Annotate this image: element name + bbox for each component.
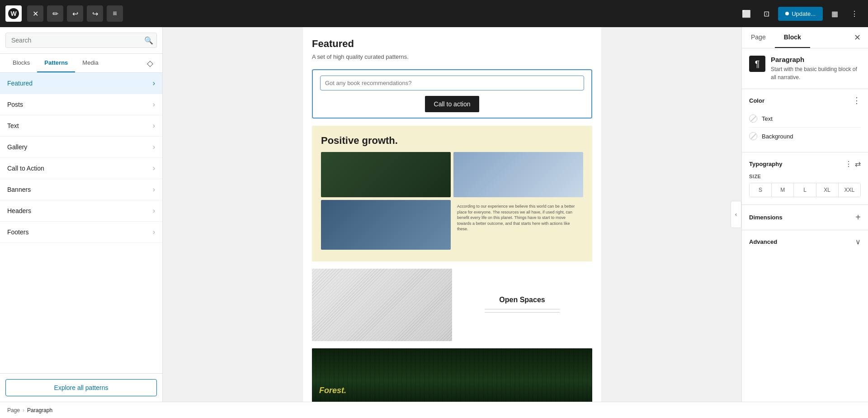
text-block: According to our experience we believe t… — [453, 200, 583, 250]
bottom-bar: Page › Paragraph — [0, 402, 868, 418]
ocean-image — [321, 200, 451, 250]
sidebar-footer: Explore all patterns — [0, 373, 162, 402]
canvas-inner[interactable]: Featured A set of high quality curated p… — [303, 27, 601, 402]
menu-button[interactable]: ≡ — [107, 5, 123, 22]
size-btn-l[interactable]: L — [794, 183, 816, 197]
chevron-right-icon: › — [153, 164, 155, 172]
update-label: Update... — [792, 10, 816, 17]
sidebar-item-posts[interactable]: Posts › — [0, 94, 162, 115]
block-title: Paragraph — [771, 56, 861, 63]
sidebar-item-featured[interactable]: Featured › — [0, 73, 162, 94]
search-input[interactable] — [5, 33, 157, 48]
search-box: 🔍 — [0, 27, 162, 54]
dimensions-title: Dimensions — [749, 214, 783, 221]
forest-image — [321, 152, 451, 197]
sidebar-item-text[interactable]: Text › — [0, 115, 162, 137]
breadcrumb-page[interactable]: Page — [7, 407, 20, 413]
external-link-button[interactable]: ⊡ — [758, 5, 774, 22]
typography-options-button[interactable]: ⋮ — [845, 160, 852, 168]
dimensions-section: Dimensions + — [742, 205, 868, 230]
chevron-right-icon: › — [153, 79, 155, 87]
color-section-header: Color ⋮ — [749, 96, 861, 104]
chevron-down-icon: ∨ — [855, 238, 861, 246]
sidebar-item-label: Posts — [7, 101, 23, 108]
open-spaces-card[interactable]: Open Spaces — [312, 269, 592, 341]
sidebar-item-label: Text — [7, 122, 19, 129]
main-layout: 🔍 Blocks Patterns Media ◇ Featured › Pos… — [0, 27, 868, 402]
sidebar-list: Featured › Posts › Text › Gallery › Call… — [0, 73, 162, 373]
block-panel: ¶ Paragraph Start with the basic buildin… — [742, 48, 868, 89]
windmill-image — [453, 152, 583, 197]
color-title: Color — [749, 97, 764, 104]
pattern-card-search[interactable]: Call to action — [312, 69, 592, 119]
pattern-section: Featured A set of high quality curated p… — [303, 27, 601, 402]
canvas-collapse-button[interactable]: ‹ — [731, 201, 741, 228]
undo-button[interactable]: ↩ — [67, 5, 83, 22]
typography-title: Typography — [749, 161, 782, 167]
typography-adjust-button[interactable]: ⇄ — [855, 160, 861, 168]
color-more-button[interactable]: ⋮ — [853, 96, 861, 104]
tab-block[interactable]: Block — [775, 27, 810, 48]
open-spaces-title: Open Spaces — [499, 296, 545, 304]
close-button[interactable]: ✕ — [27, 5, 43, 22]
sidebar-item-banners[interactable]: Banners › — [0, 179, 162, 200]
search-icon[interactable]: 🔍 — [144, 36, 153, 45]
right-sidebar: Page Block ✕ ¶ Paragraph Start with the … — [741, 27, 868, 402]
sidebar-toggle-button[interactable]: ▦ — [826, 5, 843, 22]
size-btn-s[interactable]: S — [750, 183, 772, 197]
typography-header: Typography ⋮ ⇄ — [749, 160, 861, 168]
sidebar-item-call-to-action[interactable]: Call to Action › — [0, 158, 162, 179]
tab-blocks[interactable]: Blocks — [5, 54, 37, 72]
background-color-row[interactable]: Background — [749, 128, 861, 145]
sidebar-item-label: Headers — [7, 207, 31, 214]
size-btn-xl[interactable]: XL — [816, 183, 839, 197]
sidebar-item-label: Gallery — [7, 143, 27, 151]
close-sidebar-button[interactable]: ✕ — [847, 27, 868, 48]
redo-button[interactable]: ↪ — [87, 5, 103, 22]
text-color-row[interactable]: Text — [749, 110, 861, 128]
explore-patterns-button[interactable]: Explore all patterns — [5, 379, 157, 396]
forest-card[interactable]: Forest. — [312, 348, 592, 402]
typography-controls: ⋮ ⇄ — [845, 160, 861, 168]
tab-patterns[interactable]: Patterns — [37, 54, 75, 72]
sidebar-item-label: Featured — [7, 80, 33, 87]
update-button[interactable]: Update... — [778, 7, 823, 21]
search-input-wrap: 🔍 — [5, 33, 157, 48]
wp-logo[interactable]: W — [5, 5, 22, 22]
edit-button[interactable]: ✏ — [47, 5, 63, 22]
block-description: Start with the basic building block of a… — [771, 65, 861, 81]
left-sidebar: 🔍 Blocks Patterns Media ◇ Featured › Pos… — [0, 27, 163, 402]
tab-page[interactable]: Page — [742, 27, 775, 48]
update-dot — [785, 12, 789, 15]
chevron-right-icon: › — [153, 207, 155, 215]
more-options-button[interactable]: ⋮ — [846, 5, 863, 22]
top-toolbar: W ✕ ✏ ↩ ↪ ≡ ⬜ ⊡ Update... ▦ ⋮ — [0, 0, 868, 27]
wp-logo-icon: W — [8, 8, 19, 19]
sidebar-item-footers[interactable]: Footers › — [0, 222, 162, 243]
chevron-right-icon: › — [153, 143, 155, 151]
size-btn-m[interactable]: M — [772, 183, 794, 197]
pattern-search-input[interactable] — [320, 76, 584, 90]
sidebar-item-label: Footers — [7, 228, 28, 236]
pattern-subtitle: A set of high quality curated patterns. — [312, 53, 592, 60]
background-color-circle — [749, 132, 757, 140]
tab-media[interactable]: Media — [75, 54, 105, 72]
size-btn-xxl[interactable]: XXL — [839, 183, 860, 197]
dimensions-add-button[interactable]: + — [855, 212, 861, 223]
chevron-right-icon: › — [153, 100, 155, 109]
open-spaces-right: Open Spaces — [452, 269, 592, 341]
bookmark-icon[interactable]: ◇ — [143, 55, 157, 72]
preview-button[interactable]: ⬜ — [738, 5, 755, 22]
open-spaces-line-2 — [485, 312, 560, 313]
forest-trees-overlay — [312, 348, 592, 402]
sidebar-item-gallery[interactable]: Gallery › — [0, 137, 162, 158]
sidebar-item-headers[interactable]: Headers › — [0, 200, 162, 222]
advanced-section[interactable]: Advanced ∨ — [742, 230, 868, 253]
breadcrumb-separator: › — [23, 407, 24, 413]
positive-growth-title: Positive growth. — [321, 135, 583, 147]
right-sidebar-header: Page Block ✕ — [742, 27, 868, 48]
toolbar-left: W ✕ ✏ ↩ ↪ ≡ — [5, 5, 123, 22]
yellow-card[interactable]: Positive growth. According to our experi… — [312, 126, 592, 261]
yellow-card-images: According to our experience we believe t… — [321, 152, 583, 250]
chevron-right-icon: › — [153, 228, 155, 236]
